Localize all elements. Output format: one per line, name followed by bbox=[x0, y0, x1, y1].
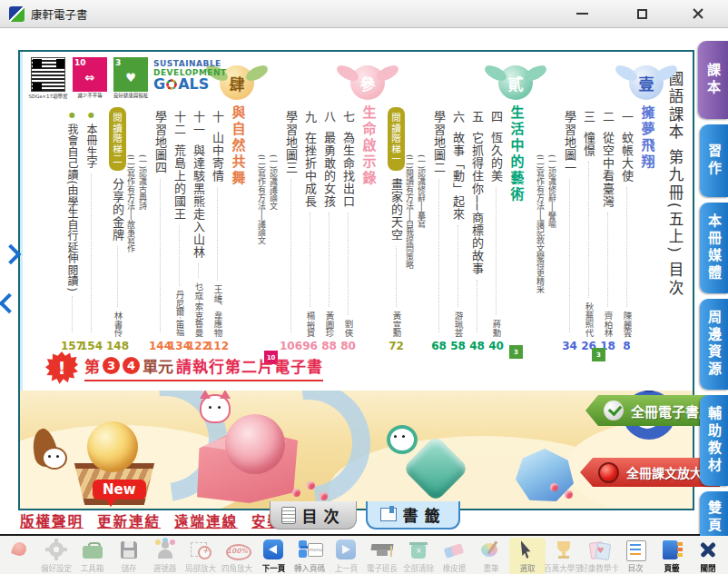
tab-textbook[interactable]: 課本 bbox=[698, 41, 728, 119]
toolbar-eraser[interactable]: 橡皮擦 bbox=[437, 538, 473, 574]
dotted-leader bbox=[179, 225, 180, 286]
dotted-leader bbox=[290, 179, 291, 332]
map-2-sub-2: (二)閱讀有方法──自我提問策略 bbox=[406, 71, 416, 352]
toolbar-zoom-corner[interactable]: 100% 四角放大 bbox=[219, 538, 255, 574]
toc-entry-map-1[interactable]: 學習地圖一 34 bbox=[562, 71, 577, 352]
book-page: SDGs×17項學習 10 ⇔ 減少不平等 3 ♥ 良好健康與福祉 SUSTAI… bbox=[18, 50, 694, 510]
qr-block: SDGs×17項學習 bbox=[29, 57, 67, 100]
goto-page-icon: menu bbox=[298, 539, 321, 561]
bullet-icon: ● bbox=[68, 111, 76, 119]
tab-volume-media[interactable]: 本冊媒體 bbox=[700, 203, 728, 293]
person-picker-icon bbox=[153, 539, 177, 561]
app-window: { "window": { "title": "康軒電子書" }, "side_… bbox=[0, 0, 728, 574]
check-icon bbox=[604, 401, 624, 421]
unit-4-group: 肆 與自然共舞 十 山中寄情 王維、韋應物 112 十一 與達駭黑熊走入山林 乜… bbox=[110, 71, 247, 352]
toolbar-save[interactable]: 儲存 bbox=[111, 538, 147, 574]
dotted-leader bbox=[626, 187, 627, 307]
toc-entry-lesson-12[interactable]: 十二 荒島上的國王 丹尼爾·笛福 134 bbox=[172, 71, 187, 352]
circled-4: 4 bbox=[123, 357, 140, 374]
toolbar-toolbox[interactable]: 工具箱 bbox=[74, 538, 111, 574]
notice-text: 第 3 4 單元 請執行第二片電子書 bbox=[84, 354, 323, 381]
map-2-sub-1: (一)認識修辭──摹寫 bbox=[418, 71, 428, 352]
toolbar-goto-page[interactable]: menu 轉入頁碼 bbox=[291, 538, 328, 574]
close-x-icon bbox=[696, 539, 720, 561]
dotted-leader bbox=[477, 280, 477, 332]
close-window-button[interactable] bbox=[690, 5, 706, 22]
toolbar-class-monitor[interactable]: 電子班長 bbox=[364, 538, 400, 574]
prev-page-icon bbox=[334, 539, 358, 561]
toc-entry-map-2[interactable]: 學習地圖二 68 bbox=[431, 71, 447, 352]
extras-group: ● 本冊生字 154 ● 我會自己讀(由學生自行延伸閱讀) 157 bbox=[64, 71, 99, 352]
toc-entry-glossary[interactable]: ● 本冊生字 154 bbox=[84, 71, 99, 352]
maximize-button[interactable] bbox=[630, 5, 654, 23]
toolbar-preferences[interactable]: 偏好設定 bbox=[38, 538, 74, 574]
toc-entry-lesson-5[interactable]: 五 它抓得住你──商標的故事 48 bbox=[469, 71, 485, 352]
toolbar-number-picker[interactable]: 選號器 bbox=[147, 538, 183, 574]
sdg10-caption: 減少不平等 bbox=[77, 93, 103, 98]
toc-entry-lesson-6[interactable]: 六 故事「動」起來 游珮芸 58 bbox=[450, 71, 466, 352]
toolbar-quiz[interactable]: 百萬大學堂 bbox=[546, 538, 582, 574]
toc-entry-self-reading[interactable]: ● 我會自己讀(由學生自行延伸閱讀) 157 bbox=[64, 71, 80, 352]
bookmark-tab[interactable]: 書籤 bbox=[366, 501, 460, 529]
toc-entry-lesson-11[interactable]: 十一 與達駭黑熊走入山林 乜寇·索克魯曼 122 bbox=[191, 71, 206, 352]
toolbar-prev-page[interactable]: 上一頁 bbox=[328, 538, 364, 574]
toolbar-select[interactable]: 選取 bbox=[509, 538, 546, 574]
toc-entry-lesson-2[interactable]: 二 從空中看臺灣 齊柏林 18 bbox=[600, 71, 615, 352]
floppy-disk-icon bbox=[117, 539, 141, 561]
record-dot-icon bbox=[598, 462, 619, 483]
copyright-link[interactable]: 版權聲明 bbox=[20, 510, 84, 530]
toolbar-teaching-cards[interactable]: ♥ 好康教學卡 bbox=[582, 538, 618, 574]
toolbox-icon bbox=[81, 539, 104, 561]
unit-4-title: 與自然共舞 bbox=[229, 71, 247, 352]
remote-link[interactable]: 遠端連線 bbox=[174, 510, 238, 530]
reading-ladder-pill: 閱讀階梯二 bbox=[109, 107, 126, 171]
toolbar-pin[interactable] bbox=[2, 538, 38, 562]
sdg-goal3: 3 ♥ 良好健康與福祉 bbox=[113, 57, 149, 98]
toc-entry-ladder-1[interactable]: 閱讀階梯一 畫家的天空 黃宣勳 72 bbox=[389, 71, 404, 352]
toc-title: 國語課本 第九冊(五上) 目次 bbox=[664, 71, 685, 352]
exclamation-burst-icon: ! bbox=[45, 351, 78, 384]
dotted-leader bbox=[396, 246, 397, 307]
toc-entry-lesson-7[interactable]: 七 為生命找出口 劉俠 80 bbox=[340, 71, 356, 352]
trash-icon: × bbox=[407, 539, 430, 561]
bullet-icon: ● bbox=[87, 111, 95, 119]
unit-3-badge: 參 bbox=[350, 65, 385, 100]
map-3-sub-2: (二)寫作有方法──議論文 bbox=[258, 71, 268, 352]
tab-peripheral-resources[interactable]: 周邊資源 bbox=[700, 299, 728, 390]
tab-auxiliary-materials[interactable]: 輔助教材 bbox=[700, 395, 728, 486]
toc-entry-lesson-1[interactable]: 一 蚊帳大使 陳麗雲 8 bbox=[619, 71, 635, 352]
cards-heart-icon: ♥ bbox=[587, 539, 611, 561]
dotted-leader bbox=[217, 187, 218, 281]
side-tab-strip: 課本 習作 本冊媒體 周邊資源 輔助教材 雙頁 bbox=[694, 41, 728, 549]
toolbar-clear-all[interactable]: × 全部清除 bbox=[400, 538, 437, 574]
toc-entry-lesson-10[interactable]: 十 山中寄情 王維、韋應物 112 bbox=[210, 71, 225, 352]
toc-entry-ladder-2[interactable]: 閱讀階梯二 分享的金牌 林書伶 148 bbox=[110, 71, 125, 352]
update-link[interactable]: 更新連結 bbox=[97, 510, 161, 530]
toolbar-zoom-area[interactable]: + 局部放大 bbox=[183, 538, 220, 574]
graduation-cap-icon bbox=[370, 539, 394, 561]
toc-tab[interactable]: 目次 bbox=[270, 501, 357, 529]
unit-1-title: 擁夢飛翔 bbox=[638, 71, 656, 352]
minimize-button[interactable] bbox=[570, 5, 594, 23]
toolbar-toc[interactable]: 目次 bbox=[617, 538, 654, 574]
toc-entry-lesson-8[interactable]: 八 最勇敢的女孩 黃圖珍 88 bbox=[321, 71, 337, 352]
dotted-leader bbox=[348, 213, 349, 315]
toolbar-brush[interactable]: 畫筆 bbox=[473, 538, 509, 574]
toolbar-page-tabs[interactable]: 頁籤 bbox=[654, 538, 690, 574]
toc-entry-map-3[interactable]: 學習地圖三 106 bbox=[283, 71, 299, 352]
map-4-sub-2: (二)寫作有方法──故事寫作 bbox=[127, 71, 137, 352]
dotted-leader bbox=[72, 296, 73, 332]
reading-ladder-pill: 閱讀階梯一 bbox=[388, 107, 405, 171]
toolbar-close[interactable]: 關閉 bbox=[690, 538, 726, 574]
toolbar-next-page[interactable]: 下一頁 bbox=[255, 538, 291, 574]
unit-1-group: 壹 擁夢飛翔 一 蚊帳大使 陳麗雲 8 二 從空中看臺灣 齊柏林 18 bbox=[536, 71, 656, 352]
dotted-leader bbox=[310, 213, 310, 307]
toc-list-icon bbox=[624, 539, 647, 561]
toc-entry-map-4[interactable]: 學習地圖四 144 bbox=[152, 71, 168, 352]
window-controls bbox=[570, 5, 719, 23]
tab-workbook[interactable]: 習作 bbox=[700, 124, 728, 197]
palette-brush-icon bbox=[479, 539, 503, 561]
toc-entry-lesson-9[interactable]: 九 在挫折中成長 楊裕貿 96 bbox=[302, 71, 318, 352]
toc-entry-lesson-4[interactable]: 四 恆久的美 蔣勳 40 bbox=[488, 71, 504, 352]
toc-entry-lesson-3[interactable]: 三 憧憬 秋蕪照代 26 bbox=[581, 71, 596, 352]
